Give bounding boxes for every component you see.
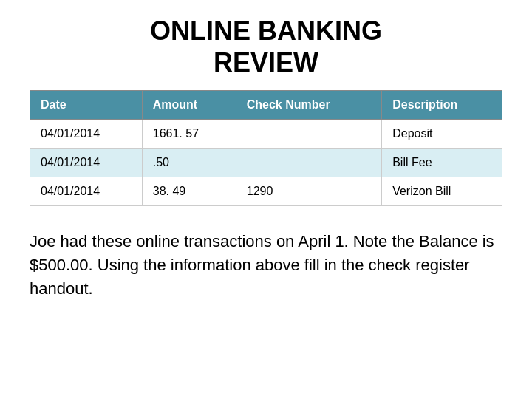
cell-check_number	[236, 149, 381, 177]
col-header-description: Description	[382, 91, 502, 120]
col-header-date: Date	[30, 91, 143, 120]
table-row: 04/01/201438. 491290Verizon Bill	[30, 177, 502, 206]
cell-date: 04/01/2014	[30, 149, 143, 177]
page-title: ONLINE BANKING REVIEW	[150, 15, 382, 78]
cell-date: 04/01/2014	[30, 120, 143, 149]
col-header-amount: Amount	[142, 91, 236, 120]
table-row: 04/01/20141661. 57Deposit	[30, 120, 502, 149]
body-text: Joe had these online transactions on Apr…	[30, 230, 502, 301]
cell-date: 04/01/2014	[30, 177, 143, 206]
cell-check_number: 1290	[236, 177, 381, 206]
col-header-check-number: Check Number	[236, 91, 381, 120]
transactions-table: Date Amount Check Number Description 04/…	[30, 90, 502, 206]
table-row: 04/01/2014.50Bill Fee	[30, 149, 502, 177]
title-line1: ONLINE BANKING	[150, 16, 382, 46]
cell-description: Deposit	[382, 120, 502, 149]
cell-amount: 38. 49	[142, 177, 236, 206]
table-header-row: Date Amount Check Number Description	[30, 91, 502, 120]
cell-check_number	[236, 120, 381, 149]
cell-amount: .50	[142, 149, 236, 177]
cell-description: Verizon Bill	[382, 177, 502, 206]
cell-amount: 1661. 57	[142, 120, 236, 149]
cell-description: Bill Fee	[382, 149, 502, 177]
title-line2: REVIEW	[214, 47, 318, 78]
